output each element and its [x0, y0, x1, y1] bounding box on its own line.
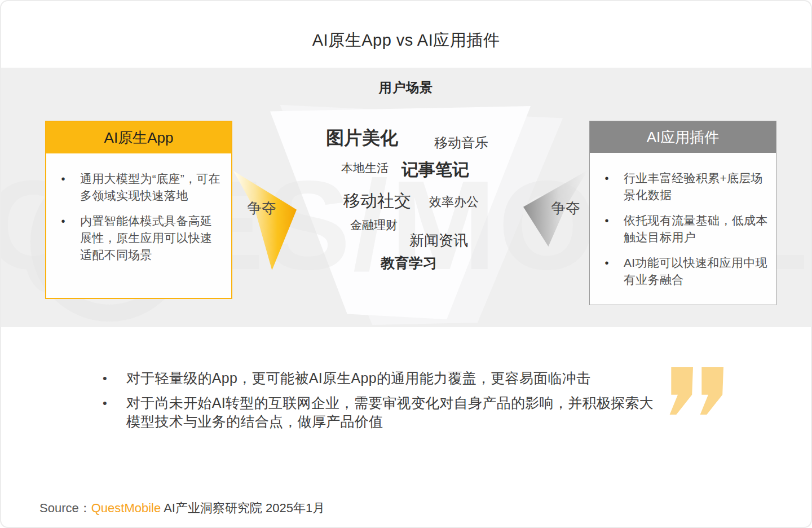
- ai-plugin-box-body: • 行业丰富经验积累+底层场景化数据 • 依托现有流量基础，低成本触达目标用户 …: [590, 153, 776, 288]
- funnel-item-local-life: 本地生活: [341, 160, 389, 176]
- bullet-dot-icon: •: [590, 254, 624, 288]
- bullet-dot-icon: •: [46, 213, 80, 263]
- quote-comma-shape: [698, 367, 723, 415]
- ai-native-app-box: AI原生App • 通用大模型为“底座”，可在多领域实现快速落地 • 内置智能体…: [45, 121, 232, 299]
- closing-quote-icon: [668, 367, 724, 415]
- bullet-text: 内置智能体模式具备高延展性，原生应用可以快速适配不同场景: [80, 213, 223, 263]
- bullet-dot-icon: •: [103, 394, 126, 431]
- funnel-item-finance: 金融理财: [350, 217, 398, 233]
- funnel-item-photo-beautify: 图片美化: [326, 126, 398, 151]
- source-label: Source：: [39, 501, 91, 515]
- ai-native-app-box-body: • 通用大模型为“底座”，可在多领域实现快速落地 • 内置智能体模式具备高延展性…: [46, 153, 231, 263]
- ai-plugin-box-title: AI应用插件: [590, 121, 776, 153]
- bullet-dot-icon: •: [590, 170, 624, 204]
- funnel-item-mobile-social: 移动社交: [343, 190, 411, 213]
- funnel-item-news: 新闻资讯: [409, 231, 468, 250]
- source-brand: QuestMobile: [91, 501, 161, 515]
- quote-comma-shape: [668, 367, 693, 415]
- compete-label-left: 争夺: [247, 199, 276, 218]
- funnel-item-notes: 记事笔记: [401, 159, 469, 182]
- compete-arrow-right-icon: [233, 171, 297, 270]
- infographic-page: AI原生App vs AI应用插件 用户场景 QUES/MOBILE 图片美化 …: [0, 0, 812, 528]
- source-line: Source：QuestMobile AI产业洞察研究院 2025年1月: [39, 500, 325, 517]
- bullet-dot-icon: •: [103, 369, 126, 388]
- source-suffix: AI产业洞察研究院 2025年1月: [161, 501, 325, 515]
- ai-plugin-box: AI应用插件 • 行业丰富经验积累+底层场景化数据 • 依托现有流量基础，低成本…: [589, 121, 776, 305]
- bullet-dot-icon: •: [46, 170, 80, 204]
- bullet-text: AI功能可以快速和应用中现有业务融合: [624, 254, 768, 288]
- bullet-text: 依托现有流量基础，低成本触达目标用户: [624, 212, 768, 246]
- funnel-item-office-efficiency: 效率办公: [429, 193, 479, 210]
- insight-text: 对于轻量级的App，更可能被AI原生App的通用能力覆盖，更容易面临冲击: [126, 369, 667, 388]
- ai-native-app-box-title: AI原生App: [46, 122, 231, 153]
- page-title: AI原生App vs AI应用插件: [1, 29, 811, 52]
- insights-list: • 对于轻量级的App，更可能被AI原生App的通用能力覆盖，更容易面临冲击 •…: [103, 369, 667, 437]
- list-item: • 通用大模型为“底座”，可在多领域实现快速落地: [46, 170, 223, 204]
- bullet-text: 行业丰富经验积累+底层场景化数据: [624, 170, 768, 204]
- scenario-heading: 用户场景: [1, 79, 811, 96]
- funnel-item-education: 教育学习: [381, 254, 437, 272]
- bullet-text: 通用大模型为“底座”，可在多领域实现快速落地: [80, 170, 223, 204]
- list-item: • 对于轻量级的App，更可能被AI原生App的通用能力覆盖，更容易面临冲击: [103, 369, 667, 388]
- list-item: • 内置智能体模式具备高延展性，原生应用可以快速适配不同场景: [46, 213, 223, 263]
- list-item: • 依托现有流量基础，低成本触达目标用户: [590, 212, 768, 246]
- compete-label-right: 争夺: [551, 199, 580, 218]
- list-item: • 行业丰富经验积累+底层场景化数据: [590, 170, 768, 204]
- bullet-dot-icon: •: [590, 212, 624, 246]
- list-item: • AI功能可以快速和应用中现有业务融合: [590, 254, 768, 288]
- funnel-item-mobile-music: 移动音乐: [434, 134, 488, 152]
- scenario-band: 用户场景 QUES/MOBILE 图片美化 移动音乐 本地生活 记事笔记 移动社…: [1, 68, 811, 327]
- list-item: • 对于尚未开始AI转型的互联网企业，需要审视变化对自身产品的影响，并积极探索大…: [103, 394, 667, 431]
- insight-text: 对于尚未开始AI转型的互联网企业，需要审视变化对自身产品的影响，并积极探索大模型…: [126, 394, 667, 431]
